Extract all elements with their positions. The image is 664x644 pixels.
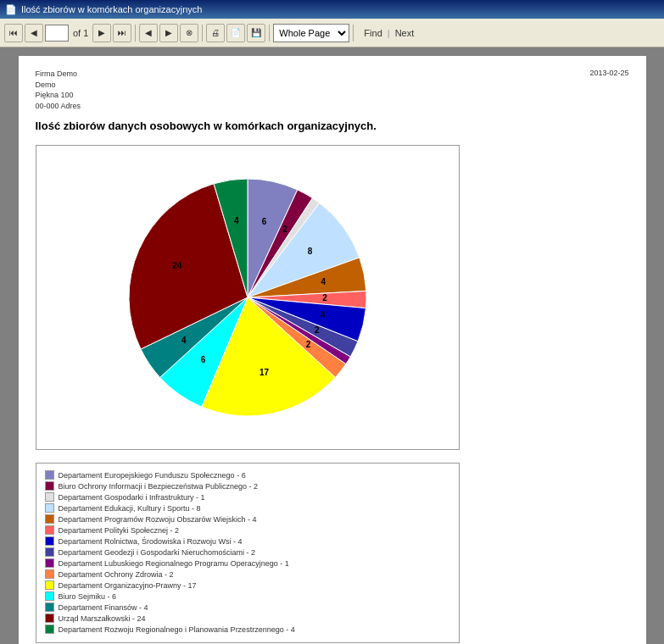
legend-item: Departament Organizacyjno-Prawny - 17 bbox=[45, 580, 450, 590]
app-icon: 📄 bbox=[5, 4, 17, 15]
back-button[interactable]: ◀ bbox=[139, 24, 158, 42]
legend-item: Departament Lubuskiego Regionalnego Prog… bbox=[45, 558, 450, 568]
legend-label: Biuro Sejmiku - 6 bbox=[59, 592, 117, 601]
legend-item: Departament Rozwoju Regionalnego i Plano… bbox=[45, 625, 450, 634]
last-page-button[interactable]: ⏭ bbox=[113, 24, 131, 42]
report-date: 2013-02-25 bbox=[589, 69, 628, 111]
svg-text:6: 6 bbox=[261, 217, 266, 226]
svg-text:6: 6 bbox=[200, 355, 205, 364]
legend-swatch bbox=[45, 492, 54, 502]
separator-4 bbox=[353, 25, 354, 42]
legend-label: Departament Edukacji, Kultury i Sportu -… bbox=[59, 504, 201, 513]
svg-text:2: 2 bbox=[315, 326, 320, 336]
pie-chart: 628424221764244 bbox=[61, 158, 434, 437]
report-title: Ilość zbiorów danych osobowych w komórka… bbox=[36, 119, 629, 132]
legend-item: Departament Programów Rozwoju Obszarów W… bbox=[45, 514, 450, 524]
legend-label: Departament Gospodarki i Infrastruktury … bbox=[59, 493, 205, 502]
legend-label: Departament Finansów - 4 bbox=[59, 603, 148, 612]
forward-button[interactable]: ▶ bbox=[159, 24, 178, 42]
view-button[interactable]: 📄 bbox=[226, 24, 245, 42]
legend-swatch bbox=[45, 536, 54, 546]
legend-label: Departament Programów Rozwoju Obszarów W… bbox=[59, 515, 257, 524]
legend-item: Departament Gospodarki i Infrastruktury … bbox=[45, 492, 450, 502]
legend-label: Biuro Ochrony Informacji i Bezpieczeństw… bbox=[59, 482, 259, 491]
header-row: Firma Demo Demo Piękna 100 00-000 Adres … bbox=[36, 69, 629, 111]
legend-swatch bbox=[45, 470, 54, 480]
legend-label: Departament Europejskiego Funduszu Społe… bbox=[59, 471, 246, 480]
svg-text:4: 4 bbox=[234, 216, 239, 225]
company-line2: Demo bbox=[36, 80, 81, 91]
stop-button[interactable]: ⊗ bbox=[180, 24, 198, 42]
legend-swatch bbox=[45, 503, 54, 513]
svg-text:2: 2 bbox=[282, 225, 287, 234]
legend-swatch bbox=[45, 613, 54, 623]
company-line1: Firma Demo bbox=[36, 69, 81, 80]
legend-swatch bbox=[45, 569, 54, 579]
page-of-label: of 1 bbox=[73, 28, 88, 38]
svg-text:8: 8 bbox=[307, 247, 312, 256]
legend-swatch bbox=[45, 591, 54, 601]
page-number-input[interactable]: 1 bbox=[45, 25, 69, 42]
legend-item: Biuro Sejmiku - 6 bbox=[45, 591, 450, 601]
svg-text:24: 24 bbox=[172, 261, 182, 270]
svg-text:4: 4 bbox=[181, 336, 186, 345]
legend-swatch bbox=[45, 525, 54, 535]
company-line4: 00-000 Adres bbox=[36, 101, 81, 112]
zoom-select[interactable]: Whole Page100%75%50%Page Width bbox=[273, 24, 349, 42]
find-separator: | bbox=[388, 28, 390, 38]
first-page-button[interactable]: ⏮ bbox=[4, 24, 23, 42]
svg-text:2: 2 bbox=[305, 340, 310, 349]
title-bar: 📄 Ilość zbiorów w komórkach organizacyjn… bbox=[0, 0, 664, 19]
toolbar: ⏮ ◀ 1 of 1 ▶ ⏭ ◀ ▶ ⊗ 🖨 📄 💾 Whole Page100… bbox=[0, 19, 664, 47]
legend-container: Departament Europejskiego Funduszu Społe… bbox=[36, 463, 460, 643]
chart-container: 628424221764244 bbox=[36, 145, 460, 450]
separator-2 bbox=[202, 25, 203, 42]
separator-3 bbox=[269, 25, 270, 42]
legend-item: Departament Edukacji, Kultury i Sportu -… bbox=[45, 503, 450, 513]
legend-item: Departament Polityki Społecznej - 2 bbox=[45, 525, 450, 535]
legend-label: Departament Polityki Społecznej - 2 bbox=[59, 526, 180, 535]
window-title: Ilość zbiorów w komórkach organizacyjnyc… bbox=[21, 4, 202, 14]
separator-1 bbox=[135, 25, 136, 42]
legend-swatch bbox=[45, 625, 54, 634]
svg-text:17: 17 bbox=[259, 368, 269, 377]
legend-item: Departament Europejskiego Funduszu Społe… bbox=[45, 470, 450, 480]
legend-item: Biuro Ochrony Informacji i Bezpieczeństw… bbox=[45, 481, 450, 491]
find-label[interactable]: Find bbox=[364, 28, 382, 38]
legend-label: Departament Ochrony Zdrowia - 2 bbox=[59, 570, 174, 579]
legend-label: Departament Rolnictwa, Środowiska i Rozw… bbox=[59, 537, 243, 546]
svg-text:2: 2 bbox=[322, 294, 327, 303]
legend-swatch bbox=[45, 514, 54, 524]
legend-item: Departament Ochrony Zdrowia - 2 bbox=[45, 569, 450, 579]
legend-label: Urząd Marszałkowski - 24 bbox=[59, 614, 146, 623]
company-line3: Piękna 100 bbox=[36, 90, 81, 101]
legend-swatch bbox=[45, 602, 54, 612]
svg-text:4: 4 bbox=[320, 310, 325, 319]
legend-item: Departament Rolnictwa, Środowiska i Rozw… bbox=[45, 536, 450, 546]
legend-label: Departament Geodezji i Gospodarki Nieruc… bbox=[59, 548, 256, 557]
page-content: Firma Demo Demo Piękna 100 00-000 Adres … bbox=[19, 56, 646, 644]
legend-swatch bbox=[45, 580, 54, 590]
print-button[interactable]: 🖨 bbox=[206, 24, 225, 42]
company-info: Firma Demo Demo Piękna 100 00-000 Adres bbox=[36, 69, 81, 111]
legend-item: Departament Geodezji i Gospodarki Nieruc… bbox=[45, 547, 450, 557]
next-page-button[interactable]: ▶ bbox=[92, 24, 111, 42]
legend-swatch bbox=[45, 558, 54, 568]
content-wrapper: Firma Demo Demo Piękna 100 00-000 Adres … bbox=[0, 47, 664, 644]
legend-label: Departament Lubuskiego Regionalnego Prog… bbox=[59, 559, 289, 568]
legend-item: Urząd Marszałkowski - 24 bbox=[45, 613, 450, 623]
legend-item: Departament Finansów - 4 bbox=[45, 602, 450, 612]
prev-page-button[interactable]: ◀ bbox=[25, 24, 43, 42]
legend-label: Departament Rozwoju Regionalnego i Plano… bbox=[59, 625, 295, 634]
legend-swatch bbox=[45, 547, 54, 557]
svg-text:4: 4 bbox=[321, 277, 326, 286]
legend-label: Departament Organizacyjno-Prawny - 17 bbox=[59, 581, 197, 590]
legend-swatch bbox=[45, 481, 54, 491]
next-button-label[interactable]: Next bbox=[395, 28, 415, 38]
export-button[interactable]: 💾 bbox=[247, 24, 265, 42]
